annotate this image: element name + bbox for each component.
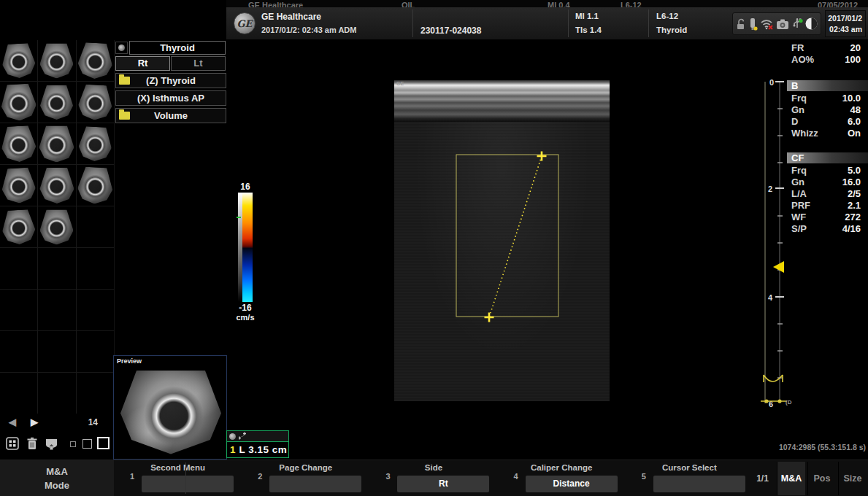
softkey-right-cluster: 1/1 M&APosSize [750, 462, 867, 495]
section-header-b: B [787, 80, 868, 91]
parameter-row: Gn48 [787, 104, 868, 116]
ultrasound-live-image[interactable]: GE [394, 80, 610, 401]
parameter-label: AO% [791, 54, 814, 66]
thumbnail[interactable] [38, 40, 75, 81]
thumbnail-empty-cell [38, 331, 75, 372]
softkey-section-2: 2Page Change [242, 460, 369, 496]
focus-marker[interactable] [773, 261, 784, 273]
grid-view-icon[interactable] [6, 437, 19, 453]
colorbar-marker [237, 217, 241, 218]
depth-ruler: 0 2 4 6 (D [758, 77, 793, 414]
thumbnail-empty-cell [0, 248, 37, 289]
tab-ma[interactable]: M&A [777, 462, 805, 495]
size-large-icon[interactable] [97, 437, 110, 449]
parameter-label: Gn [791, 104, 804, 116]
scale-unit: cm/s [232, 313, 258, 322]
parameter-row: AO%100 [787, 54, 868, 66]
thumbnail[interactable] [0, 206, 37, 247]
tab-size[interactable]: Size [838, 462, 867, 495]
color-roi-box[interactable] [456, 155, 558, 317]
parameter-row: PRF2.1 [787, 200, 868, 212]
measurement-result-box: 1 L 3.15 cm [226, 430, 289, 458]
thumbnail[interactable] [38, 82, 75, 123]
menu-item-3[interactable]: Volume [115, 108, 226, 123]
softkey-button-side[interactable]: Rt [397, 476, 489, 492]
tab-pos[interactable]: Pos [807, 462, 836, 495]
measurement-result-header [227, 431, 288, 442]
thumbnail[interactable] [0, 40, 37, 81]
thumbnail[interactable] [77, 40, 114, 81]
mode-line-1: M&A [0, 465, 114, 478]
thumbnail[interactable] [0, 165, 37, 206]
softkey-button-cursor-select[interactable] [653, 476, 745, 492]
caliper-end-marker[interactable] [485, 313, 494, 322]
ultrasound-thumbnail-image [1, 166, 37, 204]
next-page-button[interactable]: ▶ [31, 416, 38, 427]
ultrasound-thumbnail-image [40, 209, 74, 245]
caliper-start-marker[interactable] [537, 152, 547, 161]
thumbnail-empty-cell [77, 373, 114, 414]
thumbnail[interactable] [77, 82, 114, 123]
parameter-value: 16.0 [842, 177, 861, 188]
measurement-menu: Thyroid RtLt (Z) Thyroid(X) Isthmus APVo… [114, 40, 226, 355]
usb-icon [791, 17, 803, 31]
softkey-number: 1 [130, 472, 134, 481]
size-medium-icon[interactable] [82, 439, 92, 449]
export-icon[interactable] [45, 437, 58, 453]
thumbnail[interactable] [0, 82, 37, 123]
menu-title[interactable]: Thyroid [129, 41, 226, 55]
thumbnail[interactable] [38, 165, 75, 206]
softkey-bar: M&A Mode 1Second Menu2Page Change3SideRt… [0, 460, 868, 496]
preview-ultrasound-image[interactable] [120, 367, 221, 456]
scale-min: -16 [232, 303, 258, 313]
softkey-button-page-change[interactable] [269, 476, 361, 492]
ultrasound-thumbnail-image [40, 85, 73, 120]
image-count: 14 [88, 417, 98, 427]
scale-max: 16 [232, 182, 258, 192]
header-divider [568, 9, 569, 37]
delete-icon[interactable] [26, 437, 38, 453]
parameter-label: L/A [791, 188, 807, 200]
preset-name: Thyroid [656, 26, 687, 34]
menu-item-2[interactable]: (X) Isthmus AP [115, 90, 226, 106]
parameter-row: WF272 [787, 212, 868, 223]
caliper-icon [239, 430, 247, 443]
parameter-row: FR20 [787, 42, 868, 54]
depth-label-0: 0 [769, 78, 774, 87]
ultrasound-thumbnail-image [77, 42, 114, 80]
softkey-button-second-menu[interactable] [142, 476, 234, 492]
parameter-row: S/P4/16 [787, 223, 868, 235]
page-indicator: 1/1 [750, 462, 775, 495]
thumbnail[interactable] [38, 123, 75, 164]
side-button-lt[interactable]: Lt [171, 56, 226, 71]
thumbnail-empty-cell [77, 331, 114, 372]
ultrasound-thumbnail-image [78, 125, 113, 162]
side-button-rt[interactable]: Rt [115, 56, 170, 71]
size-small-icon[interactable] [70, 441, 76, 447]
probe-name: L6-12 [656, 12, 678, 20]
parameter-label: FR [791, 42, 804, 54]
thumbnail-empty-cell [0, 331, 37, 372]
thumbnail[interactable] [77, 165, 114, 206]
softkey-label: Second Menu [114, 463, 242, 472]
measurement-result-row: 1 L 3.15 cm [227, 442, 288, 457]
softkey-sections: 1Second Menu2Page Change3SideRt4Caliper … [114, 460, 753, 496]
menu-item-1[interactable]: (Z) Thyroid [115, 73, 226, 88]
prev-page-button[interactable]: ◀ [9, 416, 16, 427]
softkey-label: Side [369, 463, 497, 472]
thumbnail[interactable] [38, 206, 75, 247]
menu-radio-icon[interactable] [115, 42, 128, 54]
thumbnail-empty-cell [77, 248, 114, 289]
parameter-label: S/P [791, 223, 807, 235]
folder-icon [119, 112, 130, 120]
parameter-label: WF [791, 212, 806, 223]
parameter-row: Frq5.0 [787, 165, 868, 177]
brightness-icon [804, 17, 818, 31]
header-divider [412, 9, 413, 37]
thumbnail[interactable] [0, 123, 37, 164]
top-clipped-strip: GE HealthcareOILMI 0.4L6-1207/05/2012 [226, 0, 868, 7]
softkey-section-1: 1Second Menu [114, 460, 242, 496]
softkey-button-caliper-change[interactable]: Distance [526, 476, 618, 492]
thumbnail[interactable] [77, 123, 114, 164]
parameter-value: 100 [845, 54, 861, 66]
